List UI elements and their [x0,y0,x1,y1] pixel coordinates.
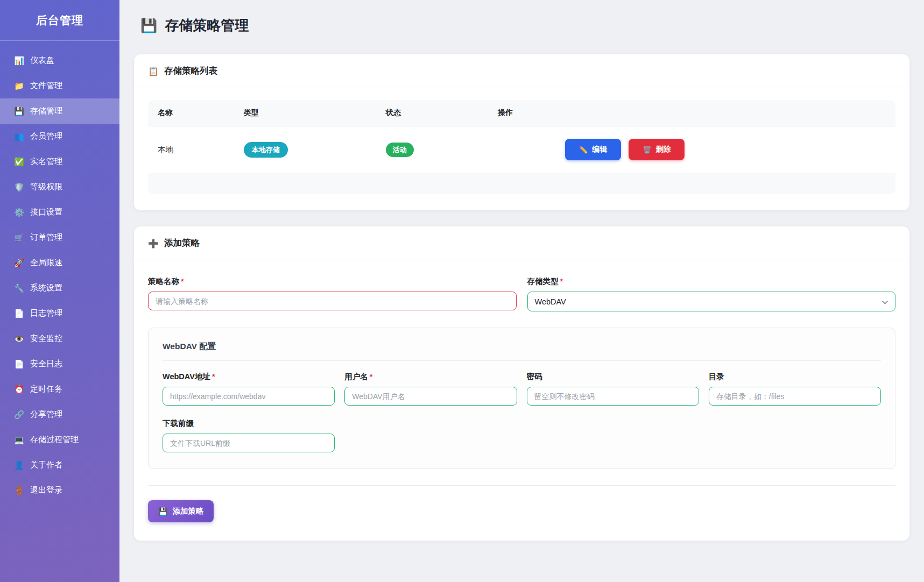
sidebar-item-api-settings[interactable]: ⚙️ 接口设置 [0,200,119,225]
pencil-icon: ✏️ [579,146,588,154]
sidebar-item-label: 存储过程管理 [30,435,79,445]
webdav-directory-label: 目录 [709,372,881,382]
sidebar-item-label: 系统设置 [30,283,62,293]
required-asterisk: * [560,277,563,286]
sidebar-item-label: 日志管理 [30,308,62,318]
sidebar-item-scheduled-tasks[interactable]: ⏰ 定时任务 [0,377,119,402]
person-icon: 👤 [14,460,24,470]
door-icon: 🚪 [14,486,24,495]
storage-type-label: 存储类型* [527,276,896,287]
sidebar-item-system-settings[interactable]: 🔧 系统设置 [0,275,119,301]
row-actions: ✏️ 编辑 🗑️ 删除 [565,139,886,160]
form-divider [148,485,895,486]
sidebar-item-permissions[interactable]: 🛡️ 等级权限 [0,174,119,200]
add-policy-button[interactable]: 💾 添加策略 [148,500,214,522]
webdav-username-field: 用户名* [344,372,517,406]
webdav-username-input[interactable] [344,387,517,406]
sidebar-item-about-author[interactable]: 👤 关于作者 [0,452,119,478]
floppy-icon: 💾 [14,107,24,116]
add-policy-card: ➕ 添加策略 策略名称* 存储类型* WebDAV [134,226,909,541]
laptop-icon: 💻 [14,435,24,445]
delete-button[interactable]: 🗑️ 删除 [629,139,685,160]
download-prefix-label: 下载前缀 [163,418,335,429]
webdav-config-section: WebDAV 配置 WebDAV地址* 用户名* 密码 [148,328,895,469]
sidebar-item-label: 安全监控 [30,333,62,344]
sidebar-item-label: 会员管理 [30,131,62,141]
sidebar-item-files[interactable]: 📁 文件管理 [0,73,119,98]
status-badge: 活动 [386,143,414,157]
app-title: 后台管理 [0,0,119,41]
rocket-icon: 🚀 [14,258,24,268]
sidebar-item-label: 全局限速 [30,258,62,268]
sidebar-item-label: 文件管理 [30,81,62,91]
chart-icon: 📊 [14,56,24,66]
download-prefix-field: 下载前缀 [163,418,335,452]
storage-type-select[interactable]: WebDAV [527,292,896,311]
sidebar-item-label: 仪表盘 [30,55,54,66]
folder-icon: 📁 [14,81,24,91]
gear-icon: ⚙️ [14,208,24,217]
sidebar-item-label: 存储管理 [30,106,62,116]
add-policy-button-label: 添加策略 [172,506,203,516]
sidebar-item-label: 定时任务 [30,384,62,394]
sidebar-item-security-monitor[interactable]: 👁️ 安全监控 [0,326,119,351]
required-asterisk: * [212,372,215,381]
sidebar-item-storage[interactable]: 💾 存储管理 [0,98,119,124]
sidebar-item-dashboard[interactable]: 📊 仪表盘 [0,48,119,73]
policy-list-body: 名称 类型 状态 操作 本地 本地存储 [134,88,909,210]
sidebar-item-stored-procedures[interactable]: 💻 存储过程管理 [0,427,119,452]
trash-icon: 🗑️ [643,146,651,154]
floppy-icon: 💾 [140,18,157,33]
delete-button-label: 删除 [655,145,671,154]
add-policy-title: 添加策略 [164,237,200,249]
sidebar-item-logout[interactable]: 🚪 退出登录 [0,478,119,503]
sidebar-item-label: 实名管理 [30,157,62,167]
webdav-password-input[interactable] [527,387,699,406]
webdav-address-label: WebDAV地址* [163,372,335,382]
sidebar-item-label: 接口设置 [30,207,62,217]
sidebar-item-members[interactable]: 👥 会员管理 [0,124,119,149]
policy-name-label: 策略名称* [148,276,517,287]
document-icon: 📄 [14,359,24,369]
sidebar-item-logs[interactable]: 📄 日志管理 [0,301,119,326]
policy-table: 名称 类型 状态 操作 本地 本地存储 [148,100,895,194]
floppy-icon: 💾 [158,507,167,516]
shield-icon: 🛡️ [14,182,24,192]
webdav-address-input[interactable] [163,387,335,406]
sidebar-item-shares[interactable]: 🔗 分享管理 [0,402,119,427]
policy-list-title: 存储策略列表 [164,65,217,77]
sidebar-item-rate-limit[interactable]: 🚀 全局限速 [0,250,119,275]
storage-type-field: 存储类型* WebDAV [527,276,896,311]
policy-name-input[interactable] [148,292,517,310]
add-policy-form: 策略名称* 存储类型* WebDAV WebDAV 配置 [134,260,909,541]
webdav-config-title: WebDAV 配置 [163,341,881,361]
sidebar-item-realname[interactable]: ✅ 实名管理 [0,149,119,174]
clipboard-icon: 📋 [148,66,159,76]
add-policy-header: ➕ 添加策略 [134,226,909,260]
policy-name-cell: 本地 [148,126,234,173]
sidebar: 后台管理 📊 仪表盘 📁 文件管理 💾 存储管理 👥 会员管理 ✅ 实名管理 🛡… [0,0,119,582]
table-row: 本地 本地存储 活动 ✏️ 编辑 [148,126,895,173]
column-header-type: 类型 [234,100,376,126]
sidebar-item-orders[interactable]: 🛒 订单管理 [0,225,119,250]
table-header-row: 名称 类型 状态 操作 [148,100,895,126]
edit-button-label: 编辑 [592,145,607,154]
chevron-down-icon [882,297,888,306]
webdav-directory-input[interactable] [709,387,881,406]
sidebar-nav: 📊 仪表盘 📁 文件管理 💾 存储管理 👥 会员管理 ✅ 实名管理 🛡️ 等级权… [0,41,119,503]
required-asterisk: * [181,277,184,286]
wrench-icon: 🔧 [14,283,24,293]
column-header-status: 状态 [376,100,488,126]
cart-icon: 🛒 [14,233,24,243]
eye-icon: 👁️ [14,334,24,344]
edit-button[interactable]: ✏️ 编辑 [565,139,621,160]
policy-list-header: 📋 存储策略列表 [134,54,909,88]
sidebar-item-label: 等级权限 [30,182,62,192]
sidebar-item-security-logs[interactable]: 📄 安全日志 [0,351,119,377]
webdav-address-field: WebDAV地址* [163,372,335,406]
check-icon: ✅ [14,157,24,167]
webdav-password-label: 密码 [527,372,699,382]
download-prefix-input[interactable] [163,434,335,452]
sidebar-item-label: 退出登录 [30,485,62,495]
main-content: 💾 存储策略管理 📋 存储策略列表 名称 类型 状态 操作 [119,0,924,582]
